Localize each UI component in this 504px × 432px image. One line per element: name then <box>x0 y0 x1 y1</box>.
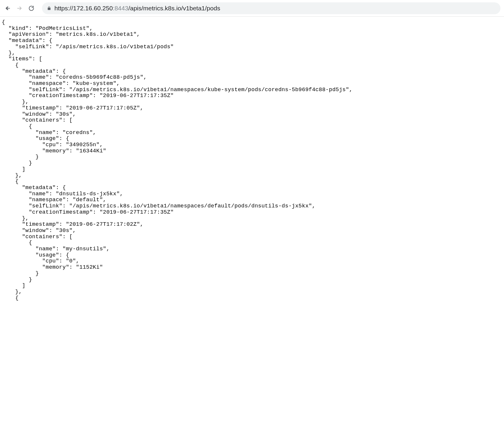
url-path: /apis/metrics.k8s.io/v1beta1/pods <box>128 5 220 12</box>
lock-icon <box>47 6 51 11</box>
browser-toolbar: https://172.16.60.250:8443/apis/metrics.… <box>0 0 504 17</box>
back-button[interactable] <box>4 4 12 12</box>
page-content: { "kind": "PodMetricsList", "apiVersion"… <box>0 17 504 304</box>
url-host: https://172.16.60.250 <box>54 5 113 12</box>
url-display: https://172.16.60.250:8443/apis/metrics.… <box>54 5 220 12</box>
json-response: { "kind": "PodMetricsList", "apiVersion"… <box>2 20 502 301</box>
address-bar[interactable]: https://172.16.60.250:8443/apis/metrics.… <box>42 2 500 14</box>
forward-button[interactable] <box>15 4 24 12</box>
reload-button[interactable] <box>27 4 35 12</box>
url-port: :8443 <box>113 5 128 12</box>
